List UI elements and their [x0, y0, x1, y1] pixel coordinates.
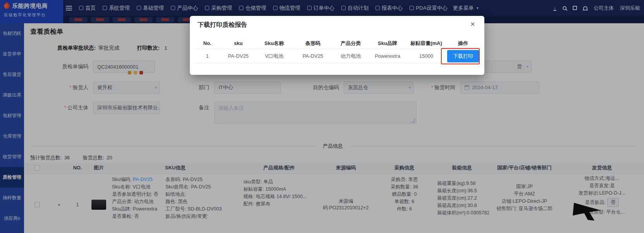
modal-col-barcode: 条形码	[293, 40, 333, 47]
modal-col-action: 操作	[446, 40, 480, 47]
modal-cell-sku: PA-DV25	[221, 53, 256, 59]
modal-table-header: No. sku Sku名称 条形码 产品分类 Sku品牌 标贴容量(mA) 操作	[194, 38, 480, 49]
modal-col-capacity: 标贴容量(mA)	[407, 40, 446, 47]
modal-cell-no: 1	[194, 53, 221, 59]
modal-col-brand: Sku品牌	[368, 40, 407, 47]
modal-title: 下载打印质检报告	[198, 21, 247, 29]
modal-table: No. sku Sku名称 条形码 产品分类 Sku品牌 标贴容量(mA) 操作…	[194, 38, 480, 63]
modal-col-sku: sku	[221, 40, 256, 46]
close-icon[interactable]: ×	[470, 20, 475, 28]
app-window: 首页 系统管理 基础管理 产品中心	[0, 0, 644, 233]
modal-cell-category: 动力电池	[333, 53, 368, 60]
modal-col-sku-name: Sku名称	[256, 40, 293, 47]
modal-cell-capacity: 15000	[407, 53, 446, 59]
modal-cell-barcode: PA-DV25	[293, 53, 333, 59]
modal-col-category: 产品分类	[333, 40, 368, 47]
download-report-modal: 下载打印质检报告 × No. sku Sku名称 条形码 产品分类 Sku品牌 …	[190, 16, 484, 75]
modal-cell-sku-name: V口电池	[256, 53, 293, 60]
modal-col-no: No.	[194, 40, 221, 46]
modal-table-row: 1 PA-DV25 V口电池 PA-DV25 动力电池 Powerextra 1…	[194, 49, 480, 63]
download-print-button[interactable]: 下载打印	[447, 50, 479, 62]
modal-cell-brand: Powerextra	[368, 53, 407, 59]
